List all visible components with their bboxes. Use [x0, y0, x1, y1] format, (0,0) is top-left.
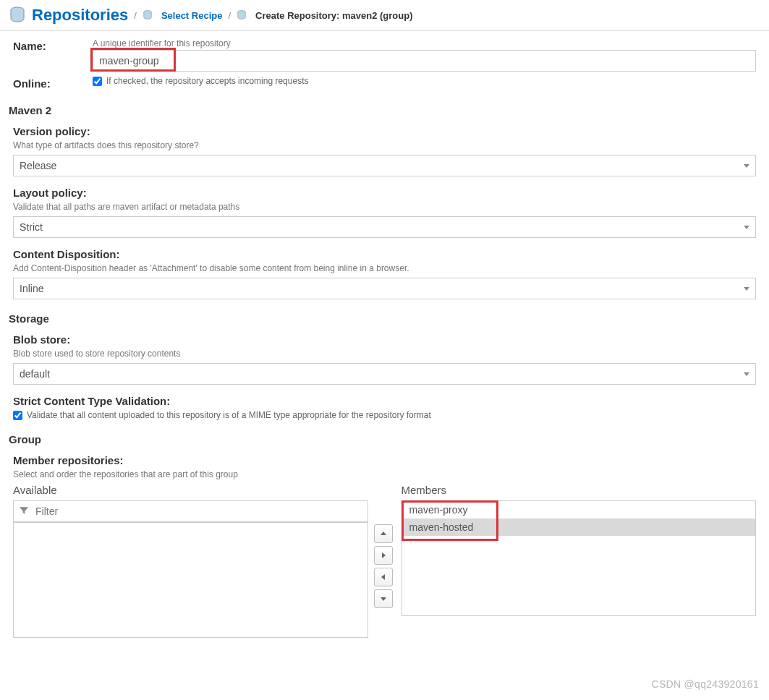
- content-disposition-label: Content Disposition:: [13, 248, 756, 260]
- name-input[interactable]: [93, 50, 756, 72]
- section-group: Group: [9, 433, 756, 445]
- version-policy-hint: What type of artifacts does this reposit…: [13, 140, 756, 150]
- chevron-down-icon: [744, 164, 749, 168]
- content-disposition-value: Inline: [20, 283, 43, 294]
- content-disposition-hint: Add Content-Disposition header as 'Attac…: [13, 263, 756, 273]
- database-icon: [237, 10, 247, 20]
- available-label: Available: [13, 484, 368, 496]
- members-list[interactable]: maven-proxymaven-hosted: [402, 500, 757, 616]
- transfer-buttons: [374, 524, 396, 608]
- blob-store-select[interactable]: default: [13, 363, 756, 385]
- filter-icon: [18, 505, 30, 518]
- move-up-button[interactable]: [374, 524, 393, 543]
- list-item[interactable]: maven-hosted: [402, 518, 756, 536]
- content-disposition-select[interactable]: Inline: [13, 278, 756, 299]
- name-label: Name:: [13, 38, 93, 52]
- chevron-down-icon: [744, 287, 749, 291]
- members-column: Members maven-proxymaven-hosted: [402, 484, 757, 616]
- layout-policy-value: Strict: [20, 221, 43, 233]
- online-label: Online:: [13, 76, 93, 90]
- breadcrumb-select-recipe[interactable]: Select Recipe: [161, 10, 223, 21]
- layout-policy-select[interactable]: Strict: [13, 216, 756, 238]
- chevron-down-icon: [744, 372, 749, 376]
- filter-box[interactable]: [13, 500, 368, 522]
- online-checkbox[interactable]: [93, 77, 102, 86]
- blob-store-label: Blob store:: [13, 333, 756, 346]
- available-list[interactable]: [13, 522, 368, 638]
- list-item[interactable]: maven-proxy: [402, 501, 756, 518]
- move-left-button[interactable]: [374, 568, 393, 586]
- available-column: Available: [13, 484, 368, 638]
- strict-validation-text: Validate that all content uploaded to th…: [27, 410, 431, 420]
- breadcrumb-root[interactable]: Repositories: [32, 6, 128, 25]
- name-hint: A unique identifier for this repository: [93, 38, 756, 48]
- member-repos-label: Member repositories:: [13, 454, 756, 466]
- filter-input[interactable]: [34, 505, 363, 518]
- member-repos-hint: Select and order the repositories that a…: [13, 469, 756, 479]
- breadcrumb-current: Create Repository: maven2 (group): [255, 10, 412, 21]
- section-maven2: Maven 2: [9, 104, 756, 116]
- layout-policy-hint: Validate that all paths are maven artifa…: [13, 202, 756, 212]
- version-policy-label: Version policy:: [13, 125, 756, 137]
- online-text: If checked, the repository accepts incom…: [106, 76, 308, 86]
- layout-policy-label: Layout policy:: [13, 187, 756, 199]
- strict-validation-label: Strict Content Type Validation:: [13, 395, 756, 407]
- chevron-down-icon: [744, 226, 749, 229]
- database-icon: [9, 7, 26, 24]
- strict-validation-checkbox[interactable]: [13, 411, 22, 420]
- section-storage: Storage: [9, 312, 756, 325]
- breadcrumb: Repositories / Select Recipe / Create Re…: [0, 0, 769, 31]
- form-area: Name: A unique identifier for this repos…: [0, 31, 769, 677]
- breadcrumb-sep: /: [228, 10, 231, 21]
- version-policy-value: Release: [20, 160, 56, 171]
- blob-store-value: default: [20, 368, 50, 380]
- database-icon: [143, 10, 153, 20]
- breadcrumb-sep: /: [134, 10, 137, 21]
- move-down-button[interactable]: [374, 589, 393, 608]
- blob-store-hint: Blob store used to store repository cont…: [13, 349, 756, 359]
- members-label: Members: [402, 484, 757, 496]
- move-right-button[interactable]: [374, 546, 393, 565]
- version-policy-select[interactable]: Release: [13, 155, 756, 176]
